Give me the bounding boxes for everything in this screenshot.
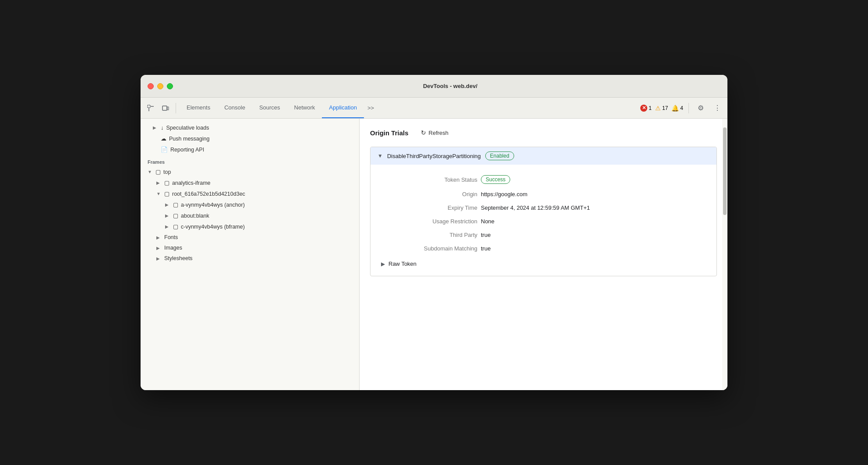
raw-token-row[interactable]: ▶ Raw Token [381,255,706,269]
main-content: ▶ ↓ Speculative loads ☁ Push messaging 📄… [141,119,727,390]
warning-count: 17 [662,105,668,111]
sidebar-item-top[interactable]: ▼ ▢ top [141,166,359,177]
expand-arrow-icon: ▶ [156,235,162,240]
expiry-row: Expiry Time September 4, 2024 at 12:59:5… [381,201,706,215]
expand-arrow-icon: ▶ [165,202,170,207]
window-title: DevTools - web.dev/ [180,83,720,89]
trial-enabled-badge: Enabled [485,151,514,160]
more-button[interactable]: ⋮ [711,102,724,115]
sidebar-item-label: about:blank [181,213,209,219]
expand-arrow-icon: ▶ [381,261,385,267]
sidebar-item-label: root_616a752e1b5d4210d3ec [172,191,245,197]
frame-icon: ▢ [173,201,178,208]
expand-arrow-icon: ▼ [156,191,162,196]
tab-application[interactable]: Application [322,98,364,118]
trial-header[interactable]: ▼ DisableThirdPartyStoragePartitioning E… [370,147,716,165]
sidebar-item-label: Fonts [164,234,178,240]
refresh-label: Refresh [429,130,449,136]
error-count: 1 [649,105,652,111]
settings-button[interactable]: ⚙ [694,102,707,115]
devtools-toolbar: Elements Console Sources Network Applica… [141,98,727,119]
tab-overflow[interactable]: >> [364,98,378,118]
close-button[interactable] [148,83,154,89]
expand-arrow-icon: ▶ [165,213,170,218]
origin-trial-card: ▼ DisableThirdPartyStoragePartitioning E… [370,147,717,276]
expiry-label: Expiry Time [381,204,477,211]
sidebar-item-analytics-iframe[interactable]: ▶ ▢ analytics-iframe [141,177,359,188]
raw-token-label: Raw Token [388,261,416,267]
devtools-window: DevTools - web.dev/ Elements Console Sou… [141,75,727,390]
info-icon: 🔔 [671,105,679,112]
tab-network[interactable]: Network [287,98,322,118]
sidebar-item-reporting-api[interactable]: 📄 Reporting API [141,144,359,155]
warning-badge[interactable]: ⚠ 17 [655,105,668,112]
device-toggle-button[interactable] [159,102,172,115]
sidebar: ▶ ↓ Speculative loads ☁ Push messaging 📄… [141,119,360,390]
token-status-row: Token Status Success [381,172,706,187]
panel-title: Origin Trials [370,129,409,137]
subdomain-value: true [481,245,706,252]
toolbar-divider-2 [688,103,689,113]
frames-section-header: Frames [141,155,359,166]
sidebar-item-label: Push messaging [169,136,209,142]
tab-console[interactable]: Console [217,98,252,118]
trial-body: Token Status Success Origin https://goog… [370,165,716,276]
select-element-button[interactable] [144,102,157,115]
expand-arrow-icon: ▶ [156,256,162,261]
sidebar-item-fonts[interactable]: ▶ Fonts [141,232,359,243]
third-party-label: Third Party [381,232,477,238]
expand-arrow-icon: ▶ [156,246,162,250]
title-bar: DevTools - web.dev/ [141,75,727,98]
sidebar-item-images[interactable]: ▶ Images [141,243,359,253]
sidebar-item-stylesheets[interactable]: ▶ Stylesheets [141,253,359,264]
sidebar-item-anchor-frame[interactable]: ▶ ▢ a-vynmy4vb4wys (anchor) [141,199,359,210]
speculative-loads-icon: ↓ [161,124,164,131]
third-party-row: Third Party true [381,228,706,242]
subdomain-label: Subdomain Matching [381,245,477,252]
sidebar-item-label: a-vynmy4vb4wys (anchor) [181,202,245,208]
tab-sources[interactable]: Sources [252,98,287,118]
sidebar-item-label: Images [164,245,182,251]
toolbar-right: ✕ 1 ⚠ 17 🔔 4 ⚙ ⋮ [640,102,724,115]
expiry-value: September 4, 2024 at 12:59:59 AM GMT+1 [481,204,706,211]
panel-header: Origin Trials ↻ Refresh [370,127,717,138]
sidebar-item-root-frame[interactable]: ▼ ▢ root_616a752e1b5d4210d3ec [141,188,359,199]
expand-arrow-icon: ▼ [148,169,153,174]
expand-arrow-icon: ▶ [165,224,170,229]
tab-strip: Elements Console Sources Network Applica… [180,98,639,118]
info-count: 4 [680,105,683,111]
origin-value: https://google.com [481,191,706,197]
frame-icon: ▢ [164,180,169,186]
reporting-api-icon: 📄 [161,146,168,153]
collapse-arrow-icon: ▼ [378,153,383,159]
warning-icon: ⚠ [655,105,661,112]
sidebar-item-label: c-vynmy4vb4wys (bframe) [181,224,245,230]
traffic-lights [148,83,173,89]
svg-rect-3 [162,106,167,110]
scrollbar-track [722,119,727,390]
sidebar-item-speculative-loads[interactable]: ▶ ↓ Speculative loads [141,122,359,133]
error-badge[interactable]: ✕ 1 [640,105,652,112]
sidebar-item-about-blank[interactable]: ▶ ▢ about:blank [141,210,359,221]
tab-elements[interactable]: Elements [180,98,217,118]
maximize-button[interactable] [167,83,173,89]
scrollbar-thumb[interactable] [723,127,727,215]
svg-rect-4 [167,107,169,110]
third-party-value: true [481,232,706,238]
refresh-icon: ↻ [421,129,426,136]
right-panel: Origin Trials ↻ Refresh ▼ DisableThirdPa… [360,119,727,390]
sidebar-item-push-messaging[interactable]: ☁ Push messaging [141,133,359,144]
minimize-button[interactable] [157,83,163,89]
expand-arrow-icon: ▶ [153,125,158,130]
error-icon: ✕ [640,105,647,112]
refresh-button[interactable]: ↻ Refresh [416,127,454,138]
info-badge[interactable]: 🔔 4 [671,105,683,112]
usage-restriction-row: Usage Restriction None [381,215,706,228]
frame-icon: ▢ [164,190,169,197]
usage-restriction-label: Usage Restriction [381,218,477,225]
svg-rect-0 [148,105,150,108]
subdomain-row: Subdomain Matching true [381,242,706,255]
token-status-value: Success [481,175,706,184]
sidebar-item-bframe[interactable]: ▶ ▢ c-vynmy4vb4wys (bframe) [141,221,359,232]
sidebar-item-label: Speculative loads [166,125,209,131]
